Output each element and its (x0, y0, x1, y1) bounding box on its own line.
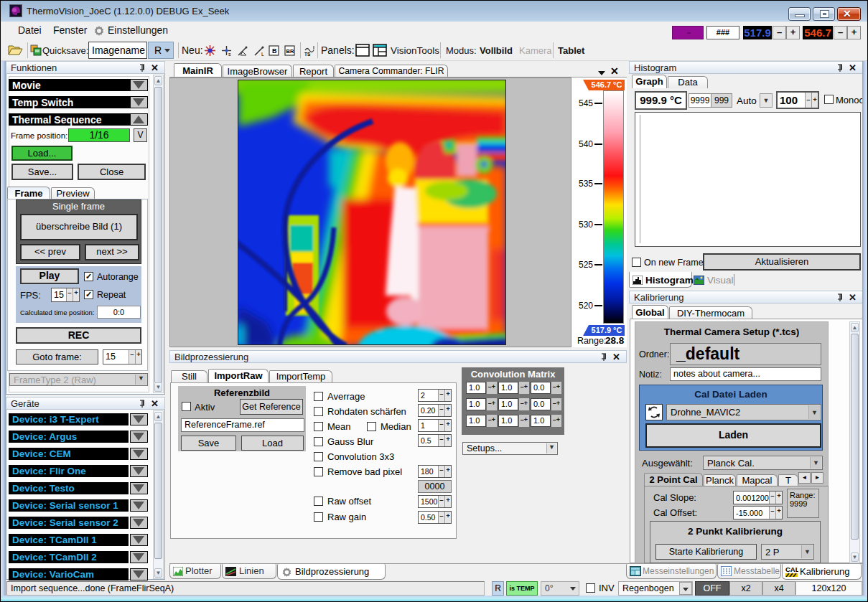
svg-text:TS: TS (304, 52, 311, 57)
svg-text:L: L (261, 52, 264, 57)
svg-text:B: B (272, 47, 277, 55)
svg-text:BR: BR (286, 48, 294, 55)
svg-text:CAL: CAL (785, 565, 798, 573)
svg-text:s: s (228, 52, 231, 57)
